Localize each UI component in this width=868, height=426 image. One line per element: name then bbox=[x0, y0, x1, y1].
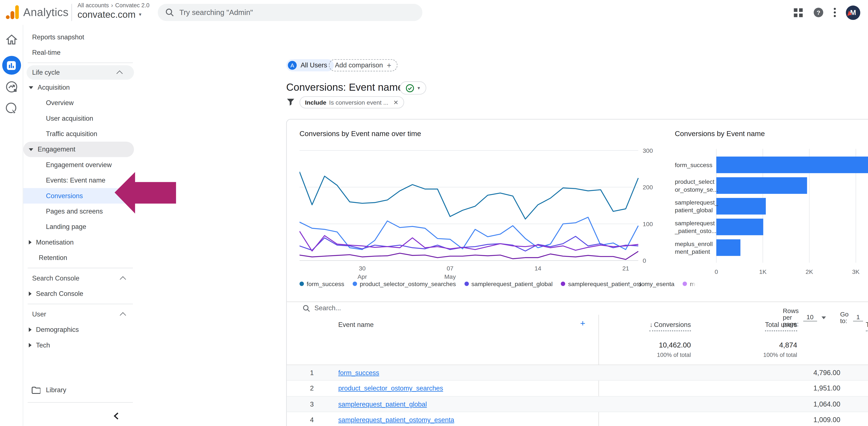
property-selector[interactable]: convatec.com ▾ bbox=[78, 10, 150, 19]
breadcrumb: All accounts › Convatec 2.0 convatec.com… bbox=[78, 2, 150, 19]
section-collapse-icon[interactable] bbox=[120, 312, 126, 318]
ga4-application: Analytics All accounts › Convatec 2.0 co… bbox=[0, 0, 868, 426]
check-circle-icon bbox=[406, 84, 414, 92]
filter-chip[interactable]: Include Is conversion event ... ✕ bbox=[300, 96, 404, 108]
sidebar-item-landing-page[interactable]: Landing page bbox=[23, 219, 137, 234]
conversions-over-time-line-chart[interactable]: 300200100030Apr07May1421 bbox=[300, 145, 657, 284]
legend-prev-icon[interactable]: ‹ bbox=[628, 280, 630, 289]
sidebar-item-monetisation[interactable]: Monetisation bbox=[23, 234, 137, 250]
breadcrumb-account[interactable]: Convatec 2.0 bbox=[115, 2, 150, 8]
sidebar-item-reports-snapshot[interactable]: Reports snapshot bbox=[23, 29, 137, 45]
add-comparison-button[interactable]: Add comparison + bbox=[329, 59, 397, 71]
section-collapse-icon[interactable] bbox=[120, 276, 126, 283]
legend-next-icon[interactable]: › bbox=[639, 280, 642, 289]
legend-pager: ‹ › bbox=[628, 280, 642, 289]
sidebar-item-traffic-acquisition[interactable]: Traffic acquisition bbox=[23, 126, 137, 141]
sidebar-item-engagement[interactable]: Engagement bbox=[23, 142, 134, 157]
avatar[interactable]: M bbox=[846, 5, 860, 20]
column-header-total-users[interactable]: Total users bbox=[742, 321, 797, 329]
comparison-chip-all-users[interactable]: A All Users bbox=[286, 59, 334, 71]
line-series-meplus-enrollment-patient bbox=[300, 252, 638, 260]
collapsed-caret-icon[interactable] bbox=[29, 292, 31, 296]
sidebar-item-user[interactable]: User bbox=[23, 306, 137, 322]
collapsed-caret-icon[interactable] bbox=[29, 343, 31, 348]
more-vertical-icon[interactable] bbox=[834, 8, 836, 17]
report-navigation: Reports snapshotReal-timeLife cycleAcqui… bbox=[23, 25, 137, 426]
sidebar-item-real-time[interactable]: Real-time bbox=[23, 45, 137, 60]
breadcrumb-all-accounts[interactable]: All accounts bbox=[78, 2, 109, 8]
row-number: 4 bbox=[310, 416, 314, 424]
advertising-icon[interactable] bbox=[0, 102, 23, 114]
sidebar-item-label: Search Console bbox=[32, 274, 80, 282]
legend-item-form-success[interactable]: form_success bbox=[300, 281, 344, 287]
topbar-divider bbox=[71, 4, 72, 21]
row-number: 3 bbox=[310, 400, 314, 408]
collapsed-caret-icon[interactable] bbox=[29, 240, 31, 244]
legend-item-samplerequest-patient-ostomy-esenta[interactable]: samplerequest_patient_ostomy_esenta bbox=[561, 281, 675, 287]
svg-text:or_ostomy_se...: or_ostomy_se... bbox=[675, 186, 718, 193]
legend-item-product-selector-ostomy-searches[interactable]: product_selector_ostomy_searches bbox=[353, 281, 456, 287]
sidebar-item-label: Real-time bbox=[32, 49, 61, 57]
collapse-sidebar-icon[interactable] bbox=[113, 412, 120, 420]
sidebar-item-search-console[interactable]: Search Console bbox=[23, 286, 137, 301]
help-icon[interactable]: ? bbox=[813, 7, 824, 18]
column-header-event-name[interactable]: Event name bbox=[338, 321, 374, 329]
goto-page-input[interactable]: 1 bbox=[853, 314, 863, 321]
svg-text:May: May bbox=[444, 273, 456, 280]
line-series-form-success bbox=[300, 172, 638, 219]
legend-item-samplerequest-patient-global[interactable]: samplerequest_patient_global bbox=[464, 281, 553, 287]
section-collapse-icon[interactable] bbox=[117, 70, 123, 76]
event-name-link[interactable]: samplerequest_patient_global bbox=[338, 400, 427, 408]
sidebar-item-tech[interactable]: Tech bbox=[23, 337, 137, 353]
product-name: Analytics bbox=[23, 6, 69, 19]
event-name-link[interactable]: form_success bbox=[338, 369, 379, 377]
rows-per-page-caret-icon bbox=[821, 316, 826, 319]
filter-remove-icon[interactable]: ✕ bbox=[393, 99, 399, 106]
table-search-input[interactable]: Search... bbox=[303, 304, 341, 312]
explore-icon[interactable] bbox=[0, 81, 23, 93]
column-header-total-revenue[interactable]: Total revenue bbox=[850, 321, 868, 329]
sidebar-item-label: Retention bbox=[39, 254, 67, 262]
collapsed-caret-icon[interactable] bbox=[29, 328, 31, 332]
apps-grid-icon[interactable] bbox=[793, 7, 803, 18]
svg-text:form_success: form_success bbox=[675, 162, 712, 168]
total-users-note: 100% of total bbox=[731, 351, 797, 358]
analytics-logo[interactable]: Analytics bbox=[6, 5, 68, 19]
sidebar-item-label: Pages and screens bbox=[46, 207, 103, 215]
sidebar-item-overview[interactable]: Overview bbox=[23, 95, 137, 110]
svg-text:samplerequest: samplerequest bbox=[675, 220, 715, 227]
svg-text:ment_patient: ment_patient bbox=[675, 248, 710, 255]
table-row-product-selector-ostomy-searches: 2product_selector_ostomy_searches1,951.0… bbox=[287, 381, 868, 396]
sidebar-item-retention[interactable]: Retention bbox=[23, 250, 137, 265]
event-name-link[interactable]: samplerequest_patient_ostomy_esenta bbox=[338, 416, 454, 424]
expanded-caret-icon[interactable] bbox=[29, 148, 33, 151]
column-header-conversions[interactable]: ↓Conversions bbox=[636, 321, 691, 329]
row-conversions: 4,796.00 bbox=[774, 369, 840, 377]
svg-text:product_select: product_select bbox=[675, 178, 714, 185]
home-icon[interactable] bbox=[0, 34, 23, 45]
table-row-samplerequest-patient-global: 3samplerequest_patient_global1,064.00954… bbox=[287, 396, 868, 412]
sidebar-item-label: Search Console bbox=[36, 290, 83, 298]
svg-text:30: 30 bbox=[359, 265, 366, 272]
expanded-caret-icon[interactable] bbox=[29, 86, 33, 89]
search-icon bbox=[165, 8, 174, 17]
legend-item-meplus-enrollment-patient[interactable]: meplus_enrollment_patient bbox=[683, 281, 697, 287]
reports-icon-active[interactable] bbox=[0, 56, 23, 75]
add-dimension-icon[interactable]: + bbox=[580, 319, 585, 329]
sidebar-item-search-console[interactable]: Search Console bbox=[23, 270, 137, 286]
row-number: 1 bbox=[310, 369, 314, 377]
global-search-input[interactable]: Try searching "Admin" bbox=[158, 4, 423, 21]
event-name-link[interactable]: product_selector_ostomy_searches bbox=[338, 385, 443, 392]
folder-icon bbox=[31, 386, 40, 394]
report-status-menu[interactable]: ▾ bbox=[400, 81, 426, 95]
conversions-by-event-bar-chart[interactable]: 01K2K3K4K5Kform_successproduct_selector_… bbox=[672, 145, 868, 281]
sidebar-item-demographics[interactable]: Demographics bbox=[23, 322, 137, 337]
sidebar-item-user-acquisition[interactable]: User acquisition bbox=[23, 110, 137, 126]
rail-divider bbox=[23, 25, 23, 426]
sidebar-item-acquisition[interactable]: Acquisition bbox=[23, 79, 137, 95]
sidebar-item-life-cycle[interactable]: Life cycle bbox=[27, 65, 134, 79]
sidebar-item-library[interactable]: Library bbox=[23, 382, 137, 398]
sidebar-item-label: Monetisation bbox=[36, 238, 74, 246]
goto-label: Go to: bbox=[840, 311, 849, 324]
rows-per-page-select[interactable]: 10 bbox=[803, 314, 817, 321]
